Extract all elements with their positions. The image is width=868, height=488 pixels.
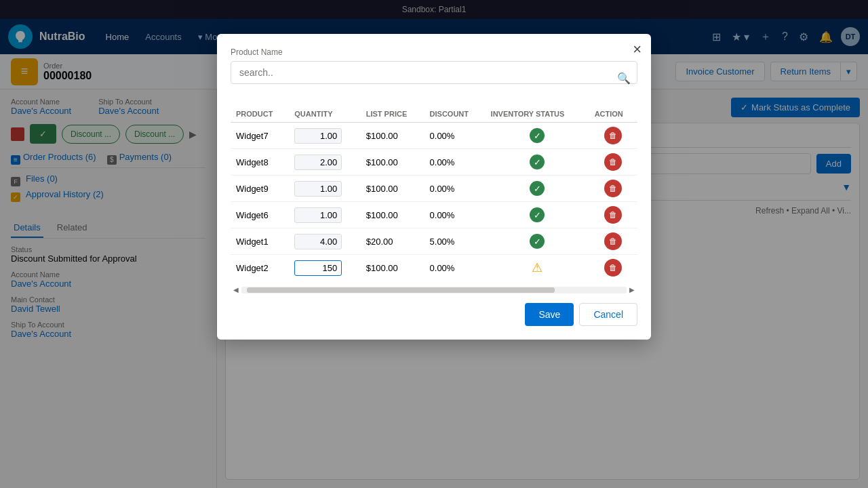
product-search-input[interactable] xyxy=(231,61,637,84)
table-row: Widget9$100.000.00%✓🗑 xyxy=(231,176,637,202)
warning-icon: ⚠ xyxy=(530,260,545,275)
quantity-cell xyxy=(289,228,360,255)
product-name-label: Product Name xyxy=(231,47,637,57)
discount-cell: 0.00% xyxy=(425,176,486,202)
delete-row-button[interactable]: 🗑 xyxy=(604,153,622,171)
list-price-cell: $100.00 xyxy=(361,123,425,149)
product-name-cell: Widget1 xyxy=(231,228,289,255)
inventory-status-cell: ✓ xyxy=(486,149,589,176)
scroll-track[interactable] xyxy=(241,287,627,293)
inventory-status-cell: ✓ xyxy=(486,228,589,255)
action-cell: 🗑 xyxy=(589,202,637,228)
quantity-cell xyxy=(289,176,360,202)
quantity-display[interactable] xyxy=(294,207,342,223)
action-cell: 🗑 xyxy=(589,255,637,281)
action-cell: 🗑 xyxy=(589,176,637,202)
col-list-price: LIST PRICE xyxy=(361,106,425,123)
scroll-left-arrow[interactable]: ◀ xyxy=(231,286,241,293)
delete-row-button[interactable]: 🗑 xyxy=(604,206,622,224)
delete-row-button[interactable]: 🗑 xyxy=(604,232,622,250)
table-row: Widget7$100.000.00%✓🗑 xyxy=(231,123,637,149)
product-modal: × Product Name 🔍 PRODUCT QUANTITY LIST P… xyxy=(217,34,651,340)
col-discount: DISCOUNT xyxy=(425,106,486,123)
col-quantity: QUANTITY xyxy=(289,106,360,123)
list-price-cell: $100.00 xyxy=(361,149,425,176)
product-name-cell: Widget2 xyxy=(231,255,289,281)
cancel-button[interactable]: Cancel xyxy=(579,303,637,326)
col-inventory-status: INVENTORY STATUS xyxy=(486,106,589,123)
discount-cell: 0.00% xyxy=(425,202,486,228)
product-name-cell: Widget7 xyxy=(231,123,289,149)
quantity-cell xyxy=(289,202,360,228)
save-button[interactable]: Save xyxy=(525,303,574,326)
check-circle-icon: ✓ xyxy=(530,234,545,249)
col-action: ACTION xyxy=(589,106,637,123)
modal-close-button[interactable]: × xyxy=(633,41,642,58)
check-circle-icon: ✓ xyxy=(530,207,545,222)
discount-cell: 0.00% xyxy=(425,149,486,176)
discount-cell: 5.00% xyxy=(425,228,486,255)
action-cell: 🗑 xyxy=(589,149,637,176)
list-price-cell: $20.00 xyxy=(361,228,425,255)
table-row: Widget1$20.005.00%✓🗑 xyxy=(231,228,637,255)
product-name-cell: Widget8 xyxy=(231,149,289,176)
action-cell: 🗑 xyxy=(589,123,637,149)
quantity-display[interactable] xyxy=(294,155,342,170)
table-row: Widget6$100.000.00%✓🗑 xyxy=(231,202,637,228)
product-table: PRODUCT QUANTITY LIST PRICE DISCOUNT INV… xyxy=(231,106,637,281)
quantity-cell xyxy=(289,149,360,176)
search-wrap: 🔍 xyxy=(231,61,637,95)
product-table-body: Widget7$100.000.00%✓🗑Widget8$100.000.00%… xyxy=(231,123,637,281)
delete-row-button[interactable]: 🗑 xyxy=(604,259,622,277)
list-price-cell: $100.00 xyxy=(361,202,425,228)
col-product: PRODUCT xyxy=(231,106,289,123)
check-circle-icon: ✓ xyxy=(530,181,545,196)
inventory-status-cell: ✓ xyxy=(486,123,589,149)
discount-cell: 0.00% xyxy=(425,255,486,281)
delete-row-button[interactable]: 🗑 xyxy=(604,180,622,197)
modal-overlay: × Product Name 🔍 PRODUCT QUANTITY LIST P… xyxy=(0,0,868,488)
scroll-right-arrow[interactable]: ▶ xyxy=(627,286,637,293)
table-row: Widget8$100.000.00%✓🗑 xyxy=(231,149,637,176)
action-cell: 🗑 xyxy=(589,228,637,255)
quantity-cell[interactable] xyxy=(289,255,360,281)
inventory-status-cell: ✓ xyxy=(486,176,589,202)
product-name-cell: Widget9 xyxy=(231,176,289,202)
product-table-scroll[interactable]: PRODUCT QUANTITY LIST PRICE DISCOUNT INV… xyxy=(231,106,637,281)
scroll-row: ◀ ▶ xyxy=(231,286,637,293)
delete-row-button[interactable]: 🗑 xyxy=(604,127,622,144)
inventory-status-cell: ✓ xyxy=(486,202,589,228)
quantity-display[interactable] xyxy=(294,128,342,144)
scroll-thumb xyxy=(247,287,555,293)
table-header: PRODUCT QUANTITY LIST PRICE DISCOUNT INV… xyxy=(231,106,637,123)
product-name-cell: Widget6 xyxy=(231,202,289,228)
quantity-display[interactable] xyxy=(294,181,342,197)
table-row: Widget2$100.000.00%⚠🗑 xyxy=(231,255,637,281)
check-circle-icon: ✓ xyxy=(530,128,545,143)
quantity-cell xyxy=(289,123,360,149)
inventory-status-cell: ⚠ xyxy=(486,255,589,281)
quantity-display[interactable] xyxy=(294,234,342,249)
list-price-cell: $100.00 xyxy=(361,255,425,281)
list-price-cell: $100.00 xyxy=(361,176,425,202)
check-circle-icon: ✓ xyxy=(530,155,545,169)
modal-footer: Save Cancel xyxy=(231,303,637,326)
quantity-input[interactable] xyxy=(294,260,342,276)
search-icon: 🔍 xyxy=(617,72,631,85)
discount-cell: 0.00% xyxy=(425,123,486,149)
